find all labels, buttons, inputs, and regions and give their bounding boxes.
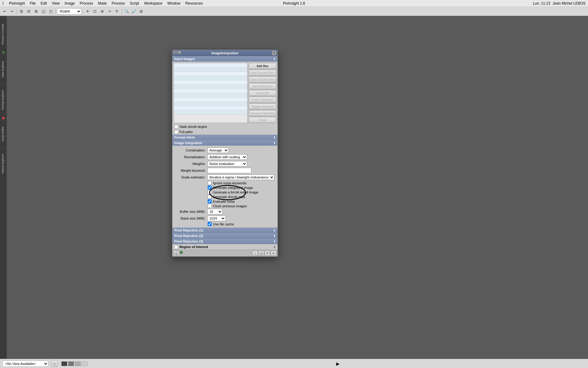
- dialog-bottom-btn-execute[interactable]: ◱: [258, 251, 264, 256]
- menu-process[interactable]: Process: [80, 1, 93, 6]
- remove-selected-button[interactable]: Remove Selected: [249, 110, 276, 116]
- toolbar-btn-1[interactable]: ⊞: [18, 8, 25, 15]
- buffer-size-select[interactable]: 16: [207, 209, 223, 214]
- full-paths-row: Full paths: [172, 129, 277, 135]
- play-button[interactable]: ▶: [334, 360, 341, 367]
- view-btn-med[interactable]: [68, 361, 74, 366]
- full-paths-checkbox[interactable]: [174, 130, 178, 134]
- menu-image[interactable]: Image: [65, 1, 75, 6]
- input-images-header[interactable]: Input Images ⬆: [172, 56, 277, 62]
- dialog-bottom-btn-close[interactable]: ✕: [271, 251, 276, 256]
- toolbar-btn-rotate[interactable]: ↻: [114, 8, 120, 15]
- pixel-rejection-3-expand-icon[interactable]: ⬇: [273, 240, 276, 243]
- weight-keyword-label: Weight keyword:: [175, 169, 205, 172]
- normalization-select[interactable]: Additive with scaling: [207, 154, 247, 160]
- sidebar-tab-view-explorer[interactable]: View Explorer: [1, 54, 6, 84]
- roi-header[interactable]: Region of Interest ⬇: [172, 244, 277, 250]
- pixel-rejection-1-expand-icon[interactable]: ⬇: [273, 229, 276, 232]
- add-files-button[interactable]: Add files: [249, 63, 276, 69]
- toolbar-btn-redo[interactable]: ↪: [9, 8, 15, 15]
- file-list-row-11: [174, 106, 247, 110]
- weights-select[interactable]: Noise evaluation: [207, 161, 247, 167]
- stack-size-select[interactable]: 1024: [207, 216, 226, 221]
- generate-drizzle-checkbox[interactable]: [208, 195, 212, 199]
- colormode-select[interactable]: RGB/K: [57, 8, 81, 14]
- sidebar-tab-process-console[interactable]: Process Console: [1, 17, 6, 51]
- set-reference-button[interactable]: Set Reference: [249, 83, 276, 89]
- dialog-pin-btn[interactable]: ✕: [174, 51, 177, 54]
- file-list[interactable]: [174, 63, 247, 123]
- toolbar-btn-5[interactable]: ◰: [47, 8, 54, 15]
- sidebar-tab-format-explorer[interactable]: Format Explorer: [1, 84, 6, 116]
- toolbar-btn-pan[interactable]: ☩: [106, 8, 113, 15]
- toggle-selected-button[interactable]: Toggle Selected: [249, 103, 276, 109]
- invert-selection-button[interactable]: Invert Selection: [249, 97, 276, 103]
- weight-keyword-input[interactable]: [207, 168, 251, 173]
- dialog-close-btn[interactable]: ✕: [272, 51, 276, 55]
- menu-resources[interactable]: Resources: [185, 1, 203, 6]
- input-images-expand-icon[interactable]: ⬆: [273, 57, 276, 61]
- no-view-dropdown[interactable]: <No View Available>: [2, 361, 48, 367]
- file-list-row-6: [174, 85, 247, 89]
- menu-pixinsight[interactable]: PixInsight: [9, 1, 25, 6]
- toolbar-separator-3: [83, 9, 83, 14]
- menu-process2[interactable]: Process: [111, 1, 125, 6]
- main-area: ✕ – ImageIntegration ✕ Input Images ⬆: [7, 16, 588, 359]
- toolbar-btn-2[interactable]: ⊟: [25, 8, 32, 15]
- generate-64bit-checkbox[interactable]: [208, 190, 212, 194]
- roi-checkbox[interactable]: [174, 245, 178, 249]
- toolbar-btn-4[interactable]: ◱: [40, 8, 47, 15]
- left-sidebar: Process Console View Explorer Format Exp…: [0, 16, 7, 359]
- toolbar-btn-undo[interactable]: ↩: [1, 8, 8, 15]
- dialog-bottom-btn-1[interactable]: ◱: [174, 251, 179, 256]
- view-btn-lighter[interactable]: [81, 361, 88, 366]
- close-previous-label: Close previous images: [213, 204, 247, 208]
- toolbar-btn-select[interactable]: ⊡: [92, 8, 98, 15]
- use-file-cache-checkbox[interactable]: [208, 222, 212, 226]
- roi-expand-icon[interactable]: ⬇: [273, 245, 276, 249]
- generate-integrated-checkbox[interactable]: [208, 186, 212, 190]
- toolbar-btn-zoom-in[interactable]: 🔍: [123, 8, 130, 15]
- sidebar-tab-script-editor[interactable]: Script Editor: [1, 120, 6, 148]
- view-mode-buttons: [61, 361, 88, 366]
- static-drizzle-checkbox[interactable]: [174, 125, 178, 129]
- image-integration-header[interactable]: Image Integration ⬆: [172, 140, 277, 146]
- format-hints-header[interactable]: Format Hints ⬇: [172, 135, 277, 140]
- menu-mask[interactable]: Mask: [98, 1, 107, 6]
- file-list-row-3: [174, 72, 247, 76]
- static-drizzle-row: Static drizzle targets: [172, 124, 277, 129]
- pixel-rejection-1-header[interactable]: Pixel Rejection (1) ⬇: [172, 228, 277, 233]
- scale-estimator-select[interactable]: Iterative k-sigma / biweight midvariance: [207, 174, 274, 180]
- add-drizzle-files-button[interactable]: Add Drizzle Files: [249, 70, 276, 76]
- dialog-bottom-btn-reset[interactable]: ↺: [265, 251, 270, 256]
- pixel-rejection-3-header[interactable]: Pixel Rejection (3) ⬇: [172, 239, 277, 244]
- view-btn-light[interactable]: [75, 361, 81, 366]
- toolbar-btn-fit[interactable]: ⊞: [138, 8, 145, 15]
- view-btn-dark[interactable]: [61, 361, 67, 366]
- clear-button[interactable]: Clear: [249, 117, 276, 123]
- select-all-button[interactable]: Select All: [249, 90, 276, 96]
- toolbar-btn-move[interactable]: ✛: [84, 8, 91, 15]
- dialog-bottom-btn-save[interactable]: □: [252, 251, 258, 256]
- toolbar-btn-zoom-out[interactable]: 🔎: [130, 8, 137, 15]
- sidebar-tab-history-explorer[interactable]: History Explorer: [1, 148, 6, 180]
- menu-file[interactable]: File: [30, 1, 36, 6]
- pixel-rejection-2-header[interactable]: Pixel Rejection (2) ⬇: [172, 233, 277, 239]
- close-previous-checkbox[interactable]: [208, 204, 212, 208]
- evaluate-noise-checkbox[interactable]: [208, 199, 212, 203]
- image-integration-expand-icon[interactable]: ⬆: [273, 141, 276, 145]
- clear-drizzle-files-button[interactable]: Clear Drizzle Files: [249, 76, 276, 82]
- menu-view[interactable]: View: [52, 1, 60, 6]
- toolbar-btn-3[interactable]: ⊠: [33, 8, 40, 15]
- format-hints-expand-icon[interactable]: ⬇: [273, 136, 276, 139]
- toolbar-btn-zoom[interactable]: ⊕: [99, 8, 106, 15]
- combination-select[interactable]: Average: [207, 148, 229, 153]
- menu-edit[interactable]: Edit: [41, 1, 47, 6]
- ignore-noise-checkbox[interactable]: [208, 181, 212, 185]
- menu-script[interactable]: Script: [130, 1, 139, 6]
- menu-window[interactable]: Window: [167, 1, 180, 6]
- menu-workspace[interactable]: Workspace: [144, 1, 162, 6]
- dialog-collapse-btn[interactable]: –: [178, 51, 181, 54]
- pixel-rejection-2-expand-icon[interactable]: ⬇: [273, 234, 276, 238]
- statusbar-toggle-btn[interactable]: □: [51, 360, 58, 367]
